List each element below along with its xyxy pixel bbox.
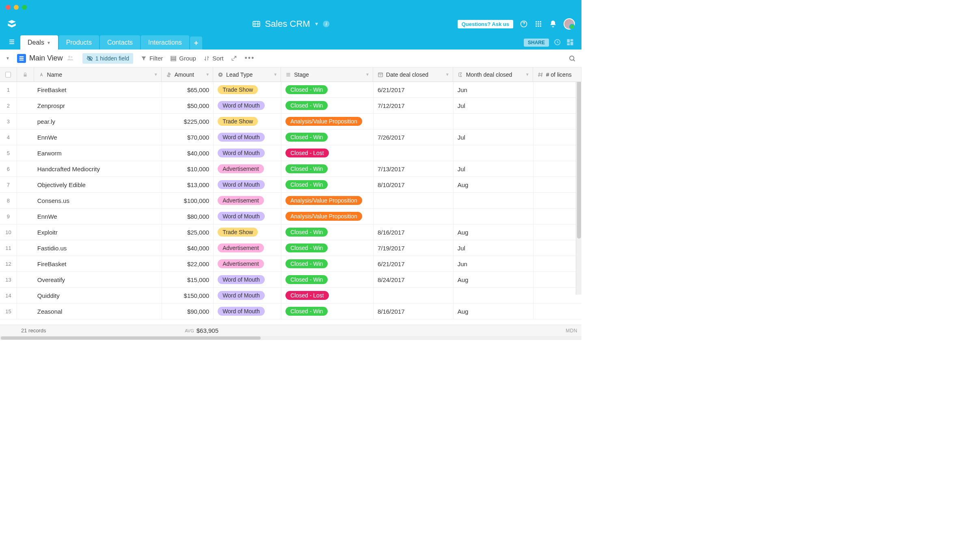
ask-us-button[interactable]: Questions? Ask us — [458, 20, 513, 28]
cell-date-closed[interactable]: 7/19/2017 — [373, 240, 453, 256]
cell-month-closed[interactable]: Aug — [453, 304, 533, 319]
zoom-window-button[interactable] — [22, 5, 27, 10]
column-header-month-closed[interactable]: Month deal closed▼ — [453, 67, 533, 82]
cell-stage[interactable]: Closed ‑ Win — [281, 304, 373, 319]
cell-lead-type[interactable]: Advertisement — [213, 256, 281, 271]
cell-stage[interactable]: Analysis/Value Proposition — [281, 193, 373, 208]
cell-licenses[interactable] — [533, 304, 581, 319]
cell-stage[interactable]: Closed ‑ Win — [281, 161, 373, 177]
cell-lead-type[interactable]: Trade Show — [213, 224, 281, 240]
minimize-window-button[interactable] — [14, 5, 19, 10]
cell-name[interactable]: EnnWe — [34, 129, 162, 145]
apps-icon[interactable] — [534, 20, 542, 28]
cell-date-closed[interactable]: 8/16/2017 — [373, 224, 453, 240]
cell-licenses[interactable] — [533, 177, 581, 192]
tab-deals[interactable]: Deals▼ — [20, 35, 58, 50]
table-row[interactable]: 3pear.ly$225,000Trade ShowAnalysis/Value… — [0, 114, 581, 129]
tab-interactions[interactable]: Interactions — [141, 35, 189, 50]
cell-month-closed[interactable]: Aug — [453, 224, 533, 240]
cell-licenses[interactable] — [533, 82, 581, 97]
cell-amount[interactable]: $70,000 — [162, 129, 213, 145]
vertical-scrollbar[interactable] — [576, 67, 581, 295]
group-button[interactable]: Group — [170, 55, 196, 62]
cell-licenses[interactable] — [533, 161, 581, 177]
tab-contacts[interactable]: Contacts — [100, 35, 140, 50]
cell-date-closed[interactable] — [373, 193, 453, 208]
cell-name[interactable]: Fastidio.us — [34, 240, 162, 256]
notifications-icon[interactable] — [549, 20, 557, 28]
cell-name[interactable]: Consens.us — [34, 193, 162, 208]
hamburger-menu-button[interactable] — [6, 36, 17, 48]
table-row[interactable]: 13Overeatify$15,000Word of MouthClosed ‑… — [0, 272, 581, 288]
cell-amount[interactable]: $25,000 — [162, 224, 213, 240]
cell-name[interactable]: EnnWe — [34, 209, 162, 224]
table-row[interactable]: 14Quiddity$150,000Word of MouthClosed ‑ … — [0, 288, 581, 304]
cell-lead-type[interactable]: Advertisement — [213, 193, 281, 208]
cell-month-closed[interactable] — [453, 114, 533, 129]
base-title[interactable]: Sales CRM — [265, 19, 310, 29]
table-row[interactable]: 2Zenprospr$50,000Word of MouthClosed ‑ W… — [0, 98, 581, 114]
table-row[interactable]: 11Fastidio.us$40,000AdvertisementClosed … — [0, 240, 581, 256]
blocks-icon[interactable] — [566, 38, 575, 47]
cell-lead-type[interactable]: Word of Mouth — [213, 304, 281, 319]
cell-date-closed[interactable] — [373, 145, 453, 161]
cell-amount[interactable]: $100,000 — [162, 193, 213, 208]
cell-lead-type[interactable]: Word of Mouth — [213, 98, 281, 113]
cell-licenses[interactable] — [533, 288, 581, 303]
cell-month-closed[interactable]: Jul — [453, 240, 533, 256]
cell-date-closed[interactable]: 7/26/2017 — [373, 129, 453, 145]
horizontal-scrollbar[interactable] — [0, 336, 581, 340]
cell-lead-type[interactable]: Trade Show — [213, 82, 281, 97]
collaborators-icon[interactable] — [66, 54, 75, 63]
cell-licenses[interactable] — [533, 256, 581, 271]
column-header-licenses[interactable]: # of licens — [533, 67, 581, 82]
chevron-down-icon[interactable]: ▼ — [154, 72, 158, 77]
cell-month-closed[interactable] — [453, 145, 533, 161]
view-name[interactable]: Main View — [29, 54, 63, 62]
column-header-name[interactable]: Name▼ — [34, 67, 162, 82]
cell-date-closed[interactable] — [373, 288, 453, 303]
cell-stage[interactable]: Analysis/Value Proposition — [281, 209, 373, 224]
cell-name[interactable]: FireBasket — [34, 256, 162, 271]
table-row[interactable]: 8Consens.us$100,000AdvertisementAnalysis… — [0, 193, 581, 209]
cell-stage[interactable]: Analysis/Value Proposition — [281, 114, 373, 129]
history-icon[interactable] — [553, 38, 562, 47]
close-window-button[interactable] — [6, 5, 11, 10]
views-dropdown-icon[interactable]: ▼ — [6, 56, 10, 60]
cell-amount[interactable]: $80,000 — [162, 209, 213, 224]
tab-products[interactable]: Products — [59, 35, 99, 50]
table-row[interactable]: 1FireBasket$65,000Trade ShowClosed ‑ Win… — [0, 82, 581, 98]
cell-stage[interactable]: Closed ‑ Win — [281, 129, 373, 145]
cell-month-closed[interactable]: Jul — [453, 129, 533, 145]
cell-lead-type[interactable]: Word of Mouth — [213, 145, 281, 161]
chevron-down-icon[interactable]: ▼ — [273, 72, 277, 77]
cell-stage[interactable]: Closed ‑ Lost — [281, 145, 373, 161]
cell-stage[interactable]: Closed ‑ Win — [281, 256, 373, 271]
cell-stage[interactable]: Closed ‑ Win — [281, 82, 373, 97]
cell-lead-type[interactable]: Word of Mouth — [213, 272, 281, 287]
cell-amount[interactable]: $50,000 — [162, 98, 213, 113]
more-options-button[interactable]: ••• — [244, 54, 255, 62]
cell-lead-type[interactable]: Advertisement — [213, 161, 281, 177]
cell-month-closed[interactable] — [453, 288, 533, 303]
chevron-down-icon[interactable]: ▼ — [365, 72, 369, 77]
cell-date-closed[interactable]: 8/16/2017 — [373, 304, 453, 319]
select-all-header[interactable] — [0, 67, 17, 82]
cell-date-closed[interactable]: 6/21/2017 — [373, 82, 453, 97]
cell-date-closed[interactable] — [373, 209, 453, 224]
chevron-down-icon[interactable]: ▼ — [205, 72, 210, 77]
cell-amount[interactable]: $150,000 — [162, 288, 213, 303]
table-row[interactable]: 4EnnWe$70,000Word of MouthClosed ‑ Win7/… — [0, 129, 581, 145]
title-dropdown-icon[interactable]: ▼ — [314, 21, 319, 27]
cell-date-closed[interactable] — [373, 114, 453, 129]
cell-amount[interactable]: $65,000 — [162, 82, 213, 97]
cell-date-closed[interactable]: 6/21/2017 — [373, 256, 453, 271]
cell-name[interactable]: Earworm — [34, 145, 162, 161]
user-avatar[interactable] — [564, 18, 575, 30]
cell-name[interactable]: Objectively Edible — [34, 177, 162, 192]
cell-licenses[interactable] — [533, 272, 581, 287]
column-header-stage[interactable]: Stage▼ — [281, 67, 373, 82]
chevron-down-icon[interactable]: ▼ — [47, 41, 51, 45]
cell-lead-type[interactable]: Word of Mouth — [213, 129, 281, 145]
cell-stage[interactable]: Closed ‑ Win — [281, 272, 373, 287]
